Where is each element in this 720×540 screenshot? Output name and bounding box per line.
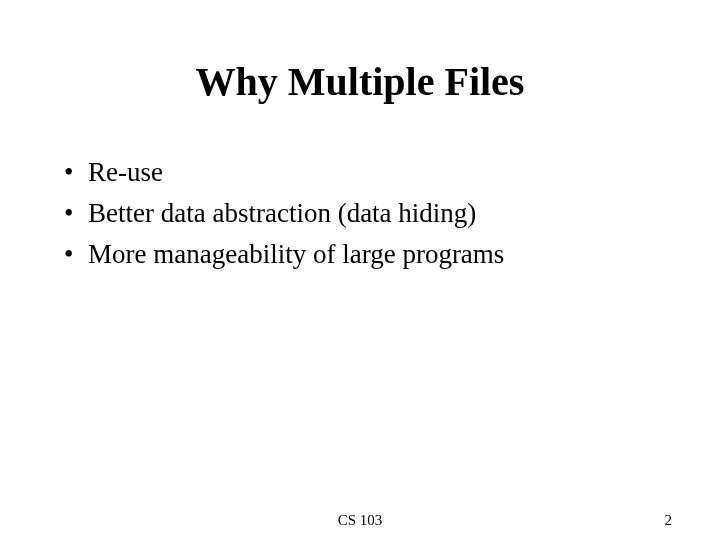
footer-page-number: 2 [665,512,673,529]
list-item: More manageability of large programs [60,235,660,274]
slide: Why Multiple Files Re-use Better data ab… [0,0,720,540]
footer-course: CS 103 [0,512,720,529]
bullet-list: Re-use Better data abstraction (data hid… [60,153,660,274]
list-item: Better data abstraction (data hiding) [60,194,660,233]
slide-title: Why Multiple Files [60,58,660,105]
list-item: Re-use [60,153,660,192]
